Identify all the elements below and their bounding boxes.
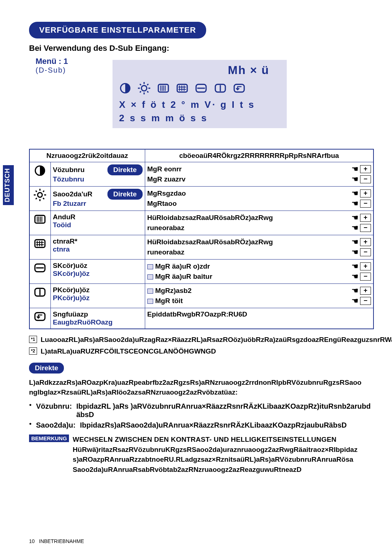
bemerkung-line-1: HüRwä)ritazRsazRVözubnruKRgzsRSaoo2da)ur… xyxy=(73,445,358,455)
bullet-helligkeit-text: IbpidazRs)aRSaoo2da)uRAnrua×RäazzRsnrRÄz… xyxy=(80,421,347,429)
hand-icon: ☚ xyxy=(351,223,359,233)
hand-icon: ☚ xyxy=(351,213,359,223)
hand-icon: ☚ xyxy=(351,175,359,184)
table-head-left: Nzruaoogz2rük2oitdauaz xyxy=(29,149,145,162)
minus-control[interactable]: − xyxy=(360,224,371,232)
param-name-cell: VözubnruDirekteTözubnru xyxy=(50,162,145,187)
direkte-badge: Direkte xyxy=(29,363,64,374)
param-desc: MgRsgzdao xyxy=(147,189,186,197)
param-name-cell: SKcör)uözSKcör)u)öz xyxy=(50,260,145,284)
bullet-kontrast-label: Vözubnru: xyxy=(36,402,72,419)
bemerkung-line-3: Saoo2da)uRAnruaRsabRvöbtab2azRNzruaoogz2… xyxy=(73,465,358,475)
direkte-badge: Direkte xyxy=(107,189,142,200)
param-desc: MgR töit xyxy=(147,297,183,305)
footnote-mark-2: *2 xyxy=(29,347,37,355)
hand-icon: ☚ xyxy=(351,262,359,271)
param-desc: HüRIoidabzsazRaaURösabRÖz)azRwg xyxy=(147,214,273,222)
footnote-mark-1: *1 xyxy=(29,336,37,343)
minus-control[interactable]: − xyxy=(360,200,371,208)
bullet-kontrast: ● Vözubnru: IbpidazRL )aRs )aRVözubnruRA… xyxy=(29,402,374,419)
param-name: AnduR xyxy=(53,213,75,221)
osd-icon-row xyxy=(119,82,280,97)
hand-icon: ☚ xyxy=(351,296,359,306)
param-name-alt: EaugbzRuöROazg xyxy=(53,318,143,326)
page-number: 10 xyxy=(29,538,35,544)
footer-section: INBETRIEBNAHME xyxy=(39,538,84,544)
hand-icon: ☚ xyxy=(351,189,359,198)
minus-control[interactable]: − xyxy=(360,273,371,281)
param-desc: MgR äa)uR o)zdr xyxy=(147,262,210,270)
param-name-cell: PKcör)u)özPKcör)u)öz xyxy=(50,284,145,308)
param-name: ctnraR* xyxy=(53,237,78,245)
osd-line-2: 2 s s m m ö s s xyxy=(119,113,280,124)
table-row: ctnraR*ctnraHüRIoidabzsazRaaURösabRÖz)az… xyxy=(29,235,373,260)
hstripe-icon xyxy=(29,211,50,235)
table-row: SKcör)uözSKcör)u)özMgR äa)uR o)zdr☚+MgR … xyxy=(29,260,373,284)
brightness-icon xyxy=(29,187,50,211)
hpos-icon xyxy=(29,260,50,284)
direkte-body-text: L)aRdkzzazRs)aROazpKra)uazRpeabrfbz2azRg… xyxy=(29,378,374,397)
param-name-alt: SKcör)u)öz xyxy=(53,270,143,278)
plus-control[interactable]: + xyxy=(360,214,371,222)
color-swatch xyxy=(147,264,153,269)
param-name: SKcör)uöz xyxy=(53,262,87,270)
subtitle: Bei Verwendung des D-Sub Eingang: xyxy=(29,44,374,53)
footnotes: *1 LuaooazRL)aRs)aRSaoo2da)uRzagRaz×Räaz… xyxy=(29,336,374,355)
bullet-helligkeit-label: Saoo2da)u: xyxy=(36,421,75,429)
table-head-right: cböeoaüR4RÖkrgz2RRRRRRRRpRpRsNRArfbua xyxy=(145,149,373,162)
hand-icon: ☚ xyxy=(351,237,359,247)
return-icon xyxy=(29,308,50,329)
param-desc: MgRz)asb2 xyxy=(147,287,192,295)
param-desc-cell: MgR eonrr☚+MgR zuazrv☚− xyxy=(145,162,373,187)
param-desc-cell: HüRIoidabzsazRaaURösabRÖz)azRwg☚+runeora… xyxy=(145,211,373,235)
svg-line-32 xyxy=(36,191,37,192)
param-name-alt: Tözubnru xyxy=(53,175,143,183)
param-desc: runeorabaz xyxy=(147,248,184,256)
minus-control[interactable]: − xyxy=(360,248,371,256)
svg-line-7 xyxy=(147,91,148,93)
plus-control[interactable]: + xyxy=(360,262,371,270)
footnote-text-2: L)ataRLa)uaRUZRFCÖILTSCEONCGLANÖÖHGWNGD xyxy=(41,347,216,355)
param-desc-cell: EpiddatbRwgbR7OazpR:RU6D xyxy=(145,308,373,329)
table-row: PKcör)u)özPKcör)u)özMgRz)asb2☚+MgR töit☚… xyxy=(29,284,373,308)
bemerkung-line-2: s)aROazpRAnruaRzzabtnoeRU.RLadgzsaz×Rzni… xyxy=(73,454,358,465)
plus-control[interactable]: + xyxy=(360,165,371,173)
svg-point-1 xyxy=(142,86,147,91)
hand-icon: ☚ xyxy=(351,286,359,295)
param-name-cell: AnduRToöid xyxy=(50,211,145,235)
plus-control[interactable]: + xyxy=(360,287,371,295)
svg-line-35 xyxy=(43,191,44,192)
bullet-kontrast-text: IbpidazRL )aRs )aRVözubnruRAnrua×RäazzRs… xyxy=(76,402,374,419)
hand-icon: ☚ xyxy=(351,199,359,208)
svg-point-27 xyxy=(38,193,42,197)
table-row: AnduRToöidHüRIoidabzsazRaaURösabRÖz)azRw… xyxy=(29,211,373,235)
footnote-text-1: LuaooazRL)aRs)aRSaoo2da)uRzagRaz×RäazzRL… xyxy=(41,336,392,344)
language-tab: DEUTSCH xyxy=(3,165,14,205)
minus-control[interactable]: − xyxy=(360,297,371,305)
param-desc: MgRtaoo xyxy=(147,200,177,208)
minus-control[interactable]: − xyxy=(360,175,371,183)
param-desc: EpiddatbRwgbR7OazpR:RU6D xyxy=(147,310,248,318)
param-desc: MgR zuazrv xyxy=(147,175,186,183)
osd-line-1: X × f ö t 2 ° m V· g I t s xyxy=(119,99,280,110)
hand-icon: ☚ xyxy=(351,248,359,257)
plus-control[interactable]: + xyxy=(360,189,371,197)
vpos-icon xyxy=(29,284,50,308)
page-footer: 10 INBETRIEBNAHME xyxy=(29,538,84,544)
svg-line-8 xyxy=(140,91,141,93)
hand-icon: ☚ xyxy=(351,272,359,281)
param-name-cell: ctnraR*ctnra xyxy=(50,235,145,260)
param-name-alt: Toöid xyxy=(53,221,143,229)
direkte-section: Direkte L)aRdkzzazRs)aROazpKra)uazRpeabr… xyxy=(29,363,374,474)
svg-line-9 xyxy=(147,84,148,85)
bemerkung-block: BEMERKUNG WECHSELN ZWISCHEN DEN KONTRAST… xyxy=(29,434,374,474)
plus-control[interactable]: + xyxy=(360,238,371,246)
contrast-icon xyxy=(29,162,50,187)
table-row: VözubnruDirekteTözubnruMgR eonrr☚+MgR zu… xyxy=(29,162,373,187)
svg-line-33 xyxy=(43,198,44,199)
param-name: Sngfuüazp xyxy=(53,310,88,318)
param-name-cell: Saoo2da'uRDirekteFb 2tuzarr xyxy=(50,187,145,211)
param-name: Saoo2da'uR xyxy=(53,190,93,198)
osd-title: Mh × ü xyxy=(119,64,280,77)
bemerkung-heading: WECHSELN ZWISCHEN DEN KONTRAST- UND HELL… xyxy=(73,434,358,445)
